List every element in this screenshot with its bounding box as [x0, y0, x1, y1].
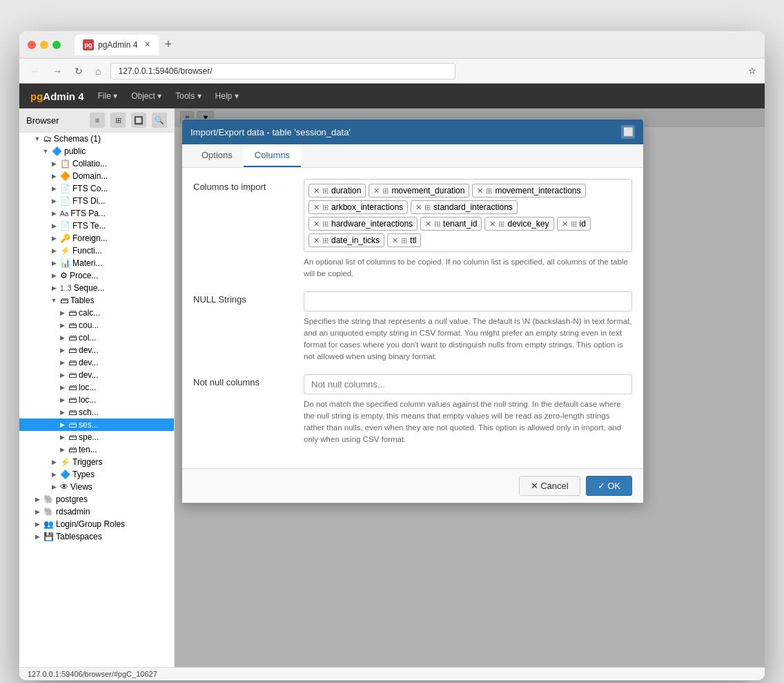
tag-remove-device-key[interactable]: ✕ — [489, 220, 496, 229]
tag-remove-hardware-interactions[interactable]: ✕ — [313, 220, 320, 229]
tree-item[interactable]: ▶ 🔶 Domain... — [19, 170, 174, 182]
tree-item[interactable]: ▶ Aa FTS Pa... — [19, 207, 174, 220]
tree-item[interactable]: ▼ 🔷 public — [19, 145, 174, 157]
column-icon: ⊞ — [434, 220, 440, 229]
tag-label: tenant_id — [443, 219, 477, 229]
tree-item[interactable]: ▶ 🗃 loc... — [19, 394, 174, 406]
tree-item[interactable]: ▶ 📄 FTS Co... — [19, 182, 174, 195]
tree-item[interactable]: ▶ ⚙ Proce... — [19, 269, 174, 282]
refresh-button[interactable]: ↻ — [72, 64, 86, 78]
tree-item[interactable]: ▶ ⚡ Triggers — [19, 456, 174, 468]
tree-item[interactable]: ▶ ⚡ Functi... — [19, 244, 174, 257]
back-button[interactable]: ← — [28, 64, 43, 78]
menu-tools[interactable]: Tools ▾ — [175, 91, 201, 101]
sidebar-btn-1[interactable]: ≡ — [90, 113, 105, 128]
sidebar-btn-2[interactable]: ⊞ — [110, 113, 126, 128]
tag-remove-movement-duration[interactable]: ✕ — [373, 186, 380, 195]
tab-options[interactable]: Options — [190, 144, 244, 167]
tag-remove-ttl[interactable]: ✕ — [392, 236, 398, 245]
dialog-tabs: Options Columns — [182, 144, 643, 168]
tag-hardware-interactions: ✕ ⊞ hardware_interactions — [308, 217, 418, 231]
tag-remove-duration[interactable]: ✕ — [313, 186, 320, 195]
sidebar-header: Browser ≡ ⊞ 🔲 🔍 — [19, 108, 174, 133]
tab-close-button[interactable]: ✕ — [144, 40, 150, 49]
sidebar-tree: ▼ 🗂 Schemas (1) ▼ 🔷 public ▶ 📋 Collatio.… — [19, 133, 174, 667]
tab-bar: pg pgAdmin 4 ✕ + — [75, 35, 756, 55]
column-icon: ⊞ — [401, 236, 407, 245]
minimize-button[interactable] — [40, 41, 48, 49]
sidebar-btn-3[interactable]: 🔲 — [131, 113, 146, 128]
tree-item[interactable]: ▶ 🐘 postgres — [19, 493, 174, 506]
column-icon: ⊞ — [322, 220, 329, 229]
menu-help[interactable]: Help ▾ — [215, 91, 239, 101]
tree-item[interactable]: ▶ 🐘 rdsadmin — [19, 506, 174, 518]
null-strings-control: Specifies the string that represents a n… — [304, 291, 632, 363]
tree-item[interactable]: ▶ 📄 FTS Di... — [19, 195, 174, 207]
tree-item[interactable]: ▼ 🗃 Tables — [19, 294, 174, 307]
tag-remove-id[interactable]: ✕ — [562, 220, 568, 229]
columns-to-import-control: ✕ ⊞ duration ✕ ⊞ movement_duration — [304, 179, 632, 280]
tag-label: date_in_ticks — [331, 235, 380, 245]
tree-item[interactable]: ▶ 1..3 Seque... — [19, 282, 174, 294]
tree-item[interactable]: ▶ 🗃 sch... — [19, 406, 174, 419]
url-input[interactable] — [110, 63, 455, 79]
not-null-columns-input[interactable] — [304, 374, 632, 394]
tree-item[interactable]: ▼ 🗂 Schemas (1) — [19, 133, 174, 145]
new-tab-button[interactable]: + — [164, 37, 172, 52]
tree-item[interactable]: ▶ 🗃 calc... — [19, 307, 174, 319]
tree-item[interactable]: ▶ 📄 FTS Te... — [19, 220, 174, 232]
tree-item[interactable]: ▶ 📊 Materi... — [19, 257, 174, 269]
tree-item[interactable]: ▶ 🗃 dev... — [19, 369, 174, 381]
tag-label: hardware_interactions — [331, 219, 413, 229]
status-bar: 127.0.0.1:59406/browser/#pgC_10627 — [19, 667, 765, 680]
tree-item[interactable]: ▶ 🗃 dev... — [19, 344, 174, 356]
not-null-columns-row: Not null columns Do not match the specif… — [193, 374, 632, 446]
tag-label: movement_interactions — [495, 186, 580, 195]
tag-label: id — [580, 219, 586, 229]
null-strings-input[interactable] — [304, 291, 632, 311]
menu-file[interactable]: File ▾ — [98, 91, 118, 101]
tag-remove-movement-interactions[interactable]: ✕ — [477, 186, 483, 195]
tree-item[interactable]: ▶ 👁 Views — [19, 481, 174, 493]
columns-tags-container[interactable]: ✕ ⊞ duration ✕ ⊞ movement_duration — [304, 179, 632, 252]
tree-item[interactable]: ▶ 👥 Login/Group Roles — [19, 518, 174, 530]
tree-item[interactable]: ▶ 📋 Collatio... — [19, 157, 174, 170]
tree-item[interactable]: ▶ 🗃 spe... — [19, 431, 174, 443]
tag-date-in-ticks: ✕ ⊞ date_in_ticks — [308, 233, 384, 247]
tag-movement-interactions: ✕ ⊞ movement_interactions — [472, 184, 585, 198]
ok-button[interactable]: ✓ OK — [586, 476, 632, 496]
bookmark-icon[interactable]: ☆ — [748, 66, 756, 76]
not-null-columns-label: Not null columns — [193, 374, 304, 387]
cancel-button[interactable]: ✕ Cancel — [519, 476, 580, 496]
tag-label: duration — [331, 186, 361, 195]
columns-to-import-row: Columns to import ✕ ⊞ duration — [193, 179, 632, 280]
tree-item[interactable]: ▶ 🗃 cou... — [19, 319, 174, 331]
maximize-button[interactable] — [52, 41, 61, 49]
tag-remove-date-in-ticks[interactable]: ✕ — [313, 236, 320, 245]
tree-item[interactable]: ▶ 🗃 dev... — [19, 356, 174, 369]
tree-item[interactable]: ▶ 🗃 ten... — [19, 443, 174, 456]
tree-item[interactable]: ▶ 🔑 Foreign... — [19, 232, 174, 244]
forward-button[interactable]: → — [50, 64, 65, 78]
tag-remove-standard-interactions[interactable]: ✕ — [415, 203, 422, 212]
tag-remove-tenant-id[interactable]: ✕ — [425, 220, 431, 229]
menu-object[interactable]: Object ▾ — [131, 91, 161, 101]
tab-columns[interactable]: Columns — [244, 144, 301, 167]
tree-item[interactable]: ▶ 💾 Tablespaces — [19, 530, 174, 543]
tree-item[interactable]: ▶ 🔷 Types — [19, 468, 174, 481]
main-content: ≡ ▼ Import/Export data - table 'session_… — [175, 108, 765, 667]
browser-window: pg pgAdmin 4 ✕ + ← → ↻ ⌂ ☆ pgAdmin 4 Fil… — [19, 31, 765, 680]
sidebar-btn-4[interactable]: 🔍 — [152, 113, 167, 128]
dialog-maximize-button[interactable]: ⬜ — [621, 125, 635, 139]
tree-item[interactable]: ▶ 🗃 loc... — [19, 381, 174, 394]
tag-remove-arkbox-interactions[interactable]: ✕ — [313, 203, 320, 212]
tree-item-session-data[interactable]: ▶ 🗃 ses... — [19, 419, 174, 431]
browser-tab[interactable]: pg pgAdmin 4 ✕ — [75, 35, 159, 55]
column-icon: ⊞ — [424, 203, 431, 212]
tag-standard-interactions: ✕ ⊞ standard_interactions — [411, 200, 518, 214]
home-button[interactable]: ⌂ — [92, 64, 104, 78]
app-body: Browser ≡ ⊞ 🔲 🔍 ▼ 🗂 Schemas (1) ▼ 🔷 publ… — [19, 108, 765, 667]
close-button[interactable] — [28, 41, 36, 49]
tree-item[interactable]: ▶ 🗃 col... — [19, 331, 174, 344]
null-strings-label: NULL Strings — [193, 291, 304, 305]
